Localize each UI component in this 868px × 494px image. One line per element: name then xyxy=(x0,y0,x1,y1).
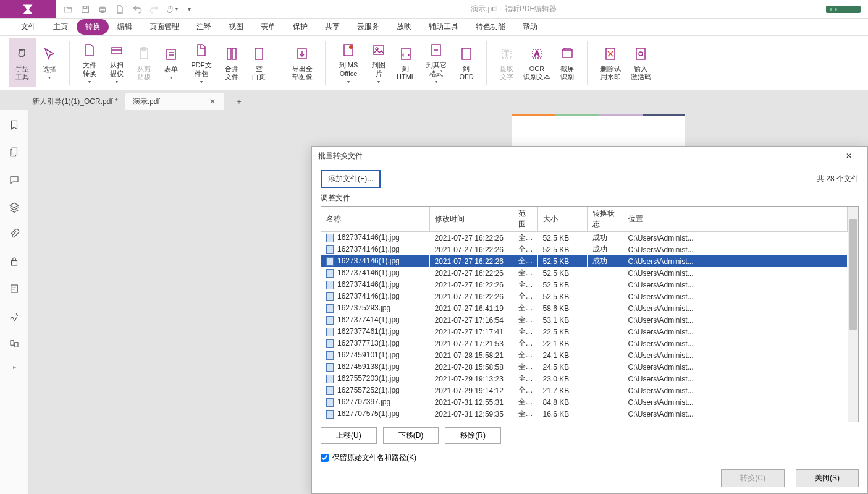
menu-item[interactable]: 保护 xyxy=(284,19,316,35)
scrollbar-thumb[interactable] xyxy=(849,219,857,330)
to-html-button[interactable]: 到HTML xyxy=(392,38,419,87)
pdf-package-button[interactable]: PDF文件包▾ xyxy=(185,38,218,87)
hand-tool-button[interactable]: 手型工具 xyxy=(9,38,36,87)
table-row[interactable]: 1627374146(1).jpg2021-07-27 16:22:26全部52… xyxy=(321,255,848,267)
form-button[interactable]: 表单▾ xyxy=(158,38,185,87)
app-logo[interactable] xyxy=(0,0,56,18)
menu-item[interactable]: 页面管理 xyxy=(141,19,188,35)
document-tab-active[interactable]: 演示.pdf✕ xyxy=(125,93,224,110)
expand-sidebar-icon[interactable]: ▸ xyxy=(13,364,16,370)
menu-item[interactable]: 注释 xyxy=(188,19,220,35)
menu-item[interactable]: 编辑 xyxy=(109,19,141,35)
add-tab-button[interactable]: ＋ xyxy=(230,93,248,110)
document-tab[interactable]: 新人引导(1)(1)_OCR.pdf * xyxy=(25,93,125,110)
table-row[interactable]: 1627374146(1).jpg2021-07-27 16:22:26全部52… xyxy=(321,291,848,302)
col-status[interactable]: 转换状态 xyxy=(587,207,623,232)
table-row[interactable]: 1627459101(1).jpg2021-07-28 15:58:21全部24… xyxy=(321,349,848,361)
add-file-button[interactable]: 添加文件(F)... xyxy=(321,170,381,188)
keep-original-checkbox[interactable]: 保留原始文件名和路径(K) xyxy=(321,449,859,467)
close-icon[interactable]: ✕ xyxy=(836,147,861,164)
qat-more-icon[interactable]: ▾ xyxy=(182,2,196,17)
open-icon[interactable] xyxy=(61,2,75,17)
menu-item[interactable]: 放映 xyxy=(388,19,420,35)
to-ms-office-button[interactable]: 到 MSOffice▾ xyxy=(332,38,365,87)
table-row[interactable]: 1627903051(1).jpg2021-08-02 19:17:31全部22… xyxy=(321,420,848,422)
menu-item[interactable]: 云服务 xyxy=(348,19,388,35)
ocr-recognize-button[interactable]: AOCR识别文本 xyxy=(520,38,554,87)
form-fields-icon[interactable] xyxy=(6,281,23,296)
menu-item[interactable]: 文件 xyxy=(12,19,44,35)
table-row[interactable]: 1627557252(1).jpg2021-07-29 19:14:12全部21… xyxy=(321,385,848,396)
col-location[interactable]: 位置 xyxy=(623,207,848,232)
dialog-titlebar[interactable]: 批量转换文件 — ☐ ✕ xyxy=(312,147,867,165)
col-size[interactable]: 大小 xyxy=(537,207,587,232)
pages-icon[interactable] xyxy=(6,145,23,160)
menu-item[interactable]: 主页 xyxy=(44,19,77,35)
menu-item[interactable]: 特色功能 xyxy=(467,19,514,35)
col-name[interactable]: 名称 xyxy=(321,207,429,232)
move-down-button[interactable]: 下移(D) xyxy=(383,427,439,444)
to-ofd-button[interactable]: 到OFD xyxy=(453,38,480,87)
svg-rect-12 xyxy=(255,48,263,59)
file-count: 共 28 个文件 xyxy=(817,174,859,184)
from-scanner-button[interactable]: 从扫描仪▾ xyxy=(103,38,130,87)
attachment-icon[interactable] xyxy=(6,227,23,242)
convert-button[interactable]: 转换(C) xyxy=(721,469,785,487)
minimize-icon[interactable]: — xyxy=(787,147,812,164)
menu-item[interactable]: 转换 xyxy=(77,19,109,35)
bookmark-icon[interactable] xyxy=(6,117,23,132)
redo-icon[interactable] xyxy=(147,2,162,17)
menu-item[interactable]: 帮助 xyxy=(514,19,546,35)
comment-icon[interactable] xyxy=(6,172,23,187)
svg-rect-16 xyxy=(374,46,384,54)
export-images-button[interactable]: 导出全部图像 xyxy=(285,38,319,87)
svg-rect-33 xyxy=(15,343,18,347)
menu-item[interactable]: 共享 xyxy=(316,19,348,35)
titlebar-right xyxy=(826,4,868,14)
scrollbar[interactable] xyxy=(848,207,858,422)
merge-files-button[interactable]: 合并文件 xyxy=(218,38,245,87)
table-row[interactable]: 1627375293.jpg2021-07-27 16:41:19全部58.6 … xyxy=(321,302,848,314)
blank-page-button[interactable]: 空白页 xyxy=(245,38,272,87)
table-row[interactable]: 1627377414(1).jpg2021-07-27 17:16:54全部53… xyxy=(321,314,848,326)
table-row[interactable]: 1627374146(1).jpg2021-07-27 16:22:26全部52… xyxy=(321,232,848,244)
page-icon[interactable] xyxy=(112,2,127,17)
menubar: 文件主页转换编辑页面管理注释视图表单保护共享云服务放映辅助工具特色功能帮助 xyxy=(0,19,868,36)
security-icon[interactable] xyxy=(6,254,23,269)
table-row[interactable]: 1627707397.jpg2021-07-31 12:55:31全部84.8 … xyxy=(321,396,848,408)
signature-icon[interactable] xyxy=(6,309,23,324)
table-row[interactable]: 1627374146(1).jpg2021-07-27 16:22:26全部52… xyxy=(321,244,848,255)
print-icon[interactable] xyxy=(95,2,110,17)
col-time[interactable]: 修改时间 xyxy=(429,207,513,232)
table-row[interactable]: 1627459138(1).jpg2021-07-28 15:58:58全部24… xyxy=(321,361,848,373)
table-row[interactable]: 1627377461(1).jpg2021-07-27 17:17:41全部22… xyxy=(321,326,848,338)
move-up-button[interactable]: 上移(U) xyxy=(321,427,377,444)
save-icon[interactable] xyxy=(78,2,93,17)
menu-item[interactable]: 辅助工具 xyxy=(420,19,467,35)
maximize-icon[interactable]: ☐ xyxy=(812,147,836,164)
to-image-button[interactable]: 到图片▾ xyxy=(365,38,392,87)
activation-button[interactable]: 输入激活码 xyxy=(627,38,654,87)
table-row[interactable]: 1627374146(1).jpg2021-07-27 16:22:26全部52… xyxy=(321,267,848,279)
compare-icon[interactable] xyxy=(6,336,23,351)
remove-button[interactable]: 移除(R) xyxy=(445,427,501,444)
close-button[interactable]: 关闭(S) xyxy=(796,469,859,487)
menu-item[interactable]: 表单 xyxy=(252,19,284,35)
remove-watermark-button[interactable]: 删除试用水印 xyxy=(594,38,627,87)
layers-icon[interactable] xyxy=(6,200,23,215)
menu-item[interactable]: 视图 xyxy=(220,19,252,35)
table-row[interactable]: 1627707575(1).jpg2021-07-31 12:59:35全部16… xyxy=(321,408,848,420)
ribbon: 手型工具 选择▾ 文件转换▾ 从扫描仪▾ 从剪贴板 表单▾ PDF文件包▾ 合并… xyxy=(0,36,868,90)
hand-icon[interactable]: ▾ xyxy=(164,2,179,17)
table-row[interactable]: 1627374146(1).jpg2021-07-27 16:22:26全部52… xyxy=(321,279,848,291)
table-row[interactable]: 1627557203(1).jpg2021-07-29 19:13:23全部23… xyxy=(321,373,848,385)
undo-icon[interactable] xyxy=(130,2,145,17)
keep-original-input[interactable] xyxy=(321,454,329,462)
close-icon[interactable]: ✕ xyxy=(208,97,217,106)
col-range[interactable]: 范围 xyxy=(513,207,537,232)
select-button[interactable]: 选择▾ xyxy=(36,38,63,87)
to-other-button[interactable]: 到其它格式▾ xyxy=(419,38,453,87)
file-convert-button[interactable]: 文件转换▾ xyxy=(76,38,103,87)
screenshot-ocr-button[interactable]: 截屏识别 xyxy=(554,38,581,87)
table-row[interactable]: 1627377713(1).jpg2021-07-27 17:21:53全部22… xyxy=(321,338,848,349)
